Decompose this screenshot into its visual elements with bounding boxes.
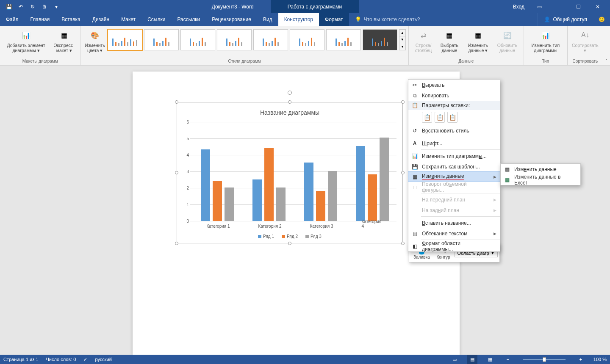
- bar[interactable]: [276, 188, 286, 221]
- ctx-change-chart-type[interactable]: 📊Изменить тип диаграммы...: [408, 151, 500, 161]
- ctx-reset-style[interactable]: ↺Восстановить стиль: [408, 125, 500, 136]
- share-button[interactable]: 👤 Общий доступ: [538, 13, 593, 26]
- ctx-insert-caption[interactable]: Вставить название...: [408, 218, 500, 228]
- plot-area[interactable]: 0123456 Категория 1Категория 2Категория …: [190, 122, 396, 221]
- document-canvas[interactable]: Название диаграммы 0123456 Категория 1Ка…: [0, 66, 610, 355]
- ctx-format-chart-area[interactable]: ◧Формат области диаграммы...: [408, 241, 500, 251]
- web-layout-icon[interactable]: ▦: [485, 355, 495, 364]
- ctx-copy[interactable]: ⧉Копировать: [408, 90, 500, 101]
- resize-handle-bl[interactable]: [175, 242, 178, 245]
- tab-mailings[interactable]: Рассылки: [171, 13, 206, 26]
- chart-styles-gallery[interactable]: ▲ ▼ ▾: [108, 28, 406, 50]
- bar[interactable]: [316, 191, 325, 221]
- language-status[interactable]: русский: [95, 357, 111, 362]
- undo-icon[interactable]: ↶: [15, 2, 26, 12]
- category-group[interactable]: [252, 148, 286, 221]
- login-button[interactable]: Вход: [509, 4, 529, 10]
- bar[interactable]: [304, 163, 313, 221]
- tab-format[interactable]: Формат: [319, 13, 349, 26]
- minimize-icon[interactable]: –: [550, 0, 568, 13]
- sort-button[interactable]: A↓ Сортировать ▾: [570, 28, 600, 54]
- chart-style-4[interactable]: [217, 29, 252, 50]
- chart-style-6[interactable]: [290, 29, 324, 50]
- bar[interactable]: [264, 148, 274, 221]
- styles-scroll-down[interactable]: ▼: [399, 36, 405, 43]
- chart-style-5[interactable]: [253, 29, 288, 50]
- resize-handle-br[interactable]: [401, 242, 405, 245]
- chart-style-1[interactable]: [108, 29, 142, 50]
- read-mode-icon[interactable]: ▭: [449, 355, 460, 364]
- tab-insert[interactable]: Вставка: [55, 13, 86, 26]
- bar[interactable]: [201, 149, 210, 221]
- resize-handle-tl[interactable]: [175, 100, 178, 104]
- resize-handle-tr[interactable]: [401, 100, 405, 104]
- paste-option-3[interactable]: 📋: [447, 112, 458, 123]
- chart-title[interactable]: Название диаграммы: [177, 102, 402, 119]
- maximize-icon[interactable]: ☐: [569, 0, 587, 13]
- bar[interactable]: [380, 138, 389, 221]
- legend-item[interactable]: Ряд 2: [282, 234, 298, 239]
- bar[interactable]: [252, 179, 262, 221]
- ctx-cut[interactable]: ✂Вырезать: [408, 80, 500, 90]
- tab-constructor[interactable]: Конструктор: [278, 13, 319, 26]
- chart-style-8[interactable]: [363, 29, 397, 50]
- chart-object[interactable]: Название диаграммы 0123456 Категория 1Ка…: [177, 102, 403, 243]
- styles-expand[interactable]: ▾: [399, 43, 405, 50]
- submenu-edit-data[interactable]: ▦Изменить данные: [501, 164, 580, 174]
- zoom-thumb[interactable]: [543, 357, 546, 362]
- chart-style-7[interactable]: [326, 29, 361, 50]
- tab-review[interactable]: Рецензирование: [206, 13, 257, 26]
- zoom-level[interactable]: 100 %: [593, 357, 607, 362]
- word-count[interactable]: Число слов: 0: [46, 357, 76, 362]
- refresh-data-button[interactable]: 🔄 Обновить данные: [494, 28, 521, 54]
- paste-option-1[interactable]: 📋: [422, 112, 432, 123]
- tab-design[interactable]: Дизайн: [86, 13, 115, 26]
- feedback-icon[interactable]: 🙂: [593, 13, 610, 26]
- change-chart-type-button[interactable]: 📊 Изменить тип диаграммы: [527, 28, 565, 54]
- add-chart-element-button[interactable]: 📊 Добавить элемент диаграммы ▾: [3, 28, 50, 54]
- proofing-icon[interactable]: ✓: [83, 357, 87, 362]
- print-layout-icon[interactable]: ▤: [467, 355, 477, 364]
- ribbon-display-icon[interactable]: ▭: [530, 0, 548, 13]
- bar[interactable]: [225, 188, 234, 221]
- zoom-out-icon[interactable]: −: [503, 355, 513, 364]
- submenu-edit-data-excel[interactable]: ▦Изменить данные в Excel: [501, 174, 580, 185]
- edit-data-button[interactable]: ▦ Изменить данные ▾: [463, 28, 493, 54]
- bar[interactable]: [368, 174, 377, 221]
- select-data-button[interactable]: ▦ Выбрать данные: [436, 28, 462, 54]
- bar[interactable]: [328, 171, 337, 221]
- category-group[interactable]: [356, 138, 389, 221]
- zoom-in-icon[interactable]: +: [576, 355, 586, 364]
- save-icon[interactable]: 💾: [3, 2, 14, 12]
- ctx-edit-data[interactable]: ▦Изменить данные▶: [408, 171, 500, 182]
- rotation-handle[interactable]: [288, 91, 292, 95]
- bars-area[interactable]: Категория 1Категория 2Категория 3Категор…: [190, 122, 396, 221]
- qat-customize-icon[interactable]: ▾: [51, 2, 62, 12]
- new-doc-icon[interactable]: 🗎: [39, 2, 50, 12]
- change-colors-button[interactable]: 🎨 Изменить цвета ▾: [83, 28, 106, 54]
- tab-view[interactable]: Вид: [257, 13, 278, 26]
- tell-me-search[interactable]: 💡 Что вы хотите сделать?: [349, 13, 538, 26]
- ctx-text-wrap[interactable]: ▤Обтекание текстом▶: [408, 228, 500, 239]
- redo-icon[interactable]: ↻: [27, 2, 38, 12]
- close-icon[interactable]: ✕: [589, 0, 607, 13]
- resize-handle-l[interactable]: [175, 171, 178, 174]
- page-status[interactable]: Страница 1 из 1: [3, 357, 38, 362]
- resize-handle-t[interactable]: [288, 100, 291, 104]
- paste-option-2[interactable]: 📋: [435, 112, 445, 123]
- tab-home[interactable]: Главная: [25, 13, 56, 26]
- category-group[interactable]: [304, 163, 337, 221]
- collapse-ribbon-icon[interactable]: ˇ: [603, 26, 610, 65]
- tab-layout[interactable]: Макет: [115, 13, 141, 26]
- chart-style-3[interactable]: [180, 29, 215, 50]
- legend-item[interactable]: Ряд 1: [258, 234, 274, 239]
- chart-style-2[interactable]: [144, 29, 179, 50]
- tab-references[interactable]: Ссылки: [141, 13, 171, 26]
- resize-handle-b[interactable]: [288, 242, 291, 245]
- swap-row-column-button[interactable]: ⇄ Строка/столбец: [411, 28, 436, 54]
- ctx-save-template[interactable]: 💾Сохранить как шаблон...: [408, 161, 500, 172]
- bar[interactable]: [213, 181, 222, 221]
- tab-file[interactable]: Файл: [0, 13, 25, 26]
- styles-scroll-up[interactable]: ▲: [399, 30, 405, 36]
- resize-handle-r[interactable]: [401, 171, 405, 174]
